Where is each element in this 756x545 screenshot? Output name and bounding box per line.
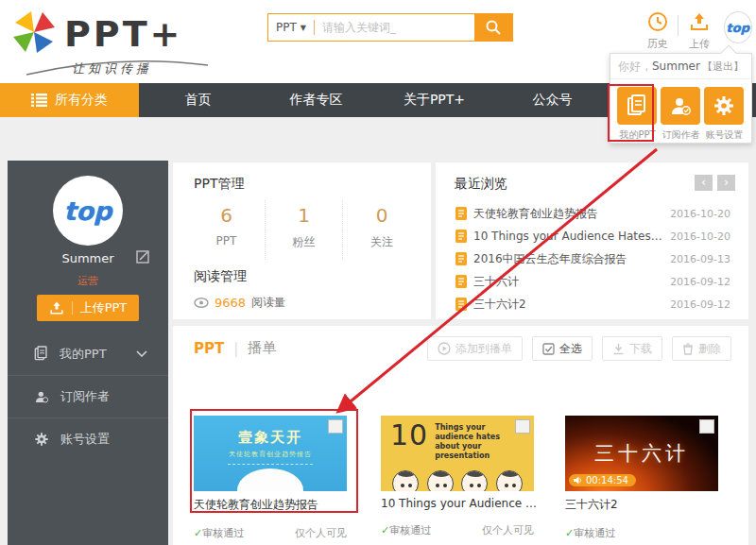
ppt-card-angel-round-report[interactable]: 壹象天开 天使轮教育创业趋势报告 天使轮教育创业趋势报告 ✓审核通过 仅个人可见 <box>194 416 354 540</box>
chevron-down-icon <box>136 350 147 357</box>
upload-icon <box>689 11 710 32</box>
sidebar-item-settings[interactable]: 账号设置 <box>8 417 168 460</box>
upload-icon <box>49 300 64 315</box>
recent-item-date: 2016-09-12 <box>662 298 730 311</box>
header-actions-divider <box>678 15 679 36</box>
read-count: 9668 <box>215 296 246 310</box>
ppt-file-icon <box>455 252 468 265</box>
all-categories-button[interactable]: 所有分类 <box>0 83 139 117</box>
check-icon: ✓ <box>381 524 389 536</box>
tab-ppt[interactable]: PPT <box>194 340 224 357</box>
history-button[interactable]: 历史 <box>641 11 674 51</box>
list-item: 三十六计 2016-09-12 <box>455 270 730 293</box>
ppt-thumbnail[interactable]: 10 Things your audience hates about your… <box>381 416 534 491</box>
quick-actions: 我的PPT 订阅作者 <box>610 79 751 142</box>
check-icon: ✓ <box>565 527 574 539</box>
recent-item-title[interactable]: 天使轮教育创业趋势报告 <box>473 206 662 222</box>
sidebar-item-my-ppt[interactable]: 我的PPT <box>8 332 168 375</box>
logout-link[interactable]: 【退出】 <box>702 60 744 74</box>
site-logo[interactable]: PPT+ 让知识传播 <box>9 6 227 81</box>
card-checkbox[interactable] <box>328 419 343 434</box>
upload-button-header[interactable]: 上传 <box>682 11 715 51</box>
ppt-card-36-stratagems[interactable]: 三十六计 00:14:54 三十六计2 ✓审核通过 <box>565 416 726 540</box>
quick-action-my-ppt[interactable]: 我的PPT <box>617 87 658 142</box>
sidebar-item-subscribe[interactable]: 订阅作者 <box>8 375 168 417</box>
pagination: ‹ › <box>695 175 735 191</box>
avatar-text: top <box>727 21 749 35</box>
ppt-thumbnail[interactable]: 壹象天开 天使轮教育创业趋势报告 <box>194 416 347 491</box>
prev-page-button[interactable]: ‹ <box>695 175 713 191</box>
card-status-row: ✓审核通过 仅个人可见 <box>381 523 534 537</box>
card-checkbox[interactable] <box>699 419 714 434</box>
nav-item-author-zone[interactable]: 作者专区 <box>257 83 375 117</box>
panel-title: PPT管理 <box>194 176 244 193</box>
quick-action-settings[interactable]: 账号设置 <box>704 87 745 142</box>
username: Summer <box>652 60 700 73</box>
next-page-button[interactable]: › <box>717 175 735 191</box>
header-actions: 历史 上传 top <box>641 11 752 53</box>
sidebar-avatar: top <box>53 176 123 246</box>
visibility-badge: 仅个人可见 <box>295 526 347 540</box>
ppt-thumbnail[interactable]: 三十六计 00:14:54 <box>565 416 718 491</box>
upload-ppt-button[interactable]: 上传PPT <box>37 295 139 321</box>
card-status-row: ✓审核通过 <box>565 526 718 540</box>
panel-title: 最近浏览 <box>455 176 507 193</box>
recent-item-date: 2016-09-12 <box>662 276 730 288</box>
search-category-dropdown[interactable]: PPT ▼ <box>268 14 314 41</box>
recent-item-title[interactable]: 2016中国云生态年度综合报告 <box>473 251 662 267</box>
nav-item-home[interactable]: 首页 <box>139 83 257 117</box>
thumb-decoration <box>228 464 313 465</box>
play-circle-icon <box>438 342 451 355</box>
recent-item-title[interactable]: 三十六计2 <box>473 297 662 313</box>
ppt-card-10-things[interactable]: 10 Things your audience hates about your… <box>381 416 541 537</box>
recent-item-title[interactable]: 10 Things your Audience Hates About your… <box>473 230 662 243</box>
caret-down-icon: ▼ <box>301 24 306 32</box>
search-input[interactable] <box>315 14 474 41</box>
quick-action-subscribe[interactable]: 订阅作者 <box>661 87 701 142</box>
edit-profile-button[interactable] <box>136 249 149 267</box>
search-button[interactable] <box>474 14 512 41</box>
select-all-button[interactable]: 全选 <box>532 336 593 361</box>
stat-value: 6 <box>188 204 265 227</box>
nav-items: 首页 作者专区 关于PPT+ 公众号 <box>139 83 611 117</box>
document-icon <box>627 94 647 117</box>
visibility-badge: 仅个人可见 <box>482 523 534 537</box>
card-checkbox[interactable] <box>515 419 530 434</box>
add-to-playlist-button[interactable]: 添加到播单 <box>427 336 523 361</box>
ppt-file-icon <box>455 298 468 311</box>
face-graphic <box>427 470 454 491</box>
download-button[interactable]: 下载 <box>602 336 662 361</box>
card-status-row: ✓审核通过 仅个人可见 <box>194 526 347 540</box>
ppt-management-panel: PPT管理 6 PPT 1 粉丝 0 关注 阅读管理 9668 阅读量 <box>173 162 431 319</box>
toolbar-button-label: 删除 <box>698 341 721 357</box>
recent-item-title[interactable]: 三十六计 <box>473 274 662 290</box>
user-avatar[interactable]: top <box>724 11 752 43</box>
stat-label: PPT <box>188 234 265 247</box>
history-label: 历史 <box>641 37 674 51</box>
sidebar-item-label: 我的PPT <box>60 346 107 363</box>
face-graphic <box>392 470 419 491</box>
stat-fans[interactable]: 1 粉丝 <box>266 200 343 260</box>
face-graphic <box>496 470 523 491</box>
ppt-file-icon <box>455 230 468 243</box>
list-item: 10 Things your Audience Hates About your… <box>455 225 730 247</box>
duration-badge: 00:14:54 <box>569 474 636 486</box>
nav-item-public-account[interactable]: 公众号 <box>493 83 611 117</box>
stat-following[interactable]: 0 关注 <box>343 200 421 260</box>
trash-icon <box>682 343 694 355</box>
toolbar-button-label: 全选 <box>559 341 582 357</box>
recent-item-date: 2016-10-20 <box>662 230 730 243</box>
greeting-text: 你好， <box>618 60 652 73</box>
sidebar-item-label: 账号设置 <box>60 431 110 448</box>
logo-text: PPT+ <box>64 13 182 55</box>
delete-button[interactable]: 删除 <box>672 336 731 361</box>
clock-icon <box>647 11 668 32</box>
tab-divider: | <box>233 340 238 357</box>
stat-ppt[interactable]: 6 PPT <box>188 200 266 260</box>
download-icon <box>612 343 625 355</box>
toolbar: 添加到播单 全选 下载 <box>427 336 731 361</box>
quick-action-label: 订阅作者 <box>661 128 701 142</box>
nav-item-about[interactable]: 关于PPT+ <box>375 83 493 117</box>
tab-playlist[interactable]: 播单 <box>248 339 276 357</box>
thumb-subtitle: 天使轮教育创业趋势报告 <box>194 450 347 459</box>
